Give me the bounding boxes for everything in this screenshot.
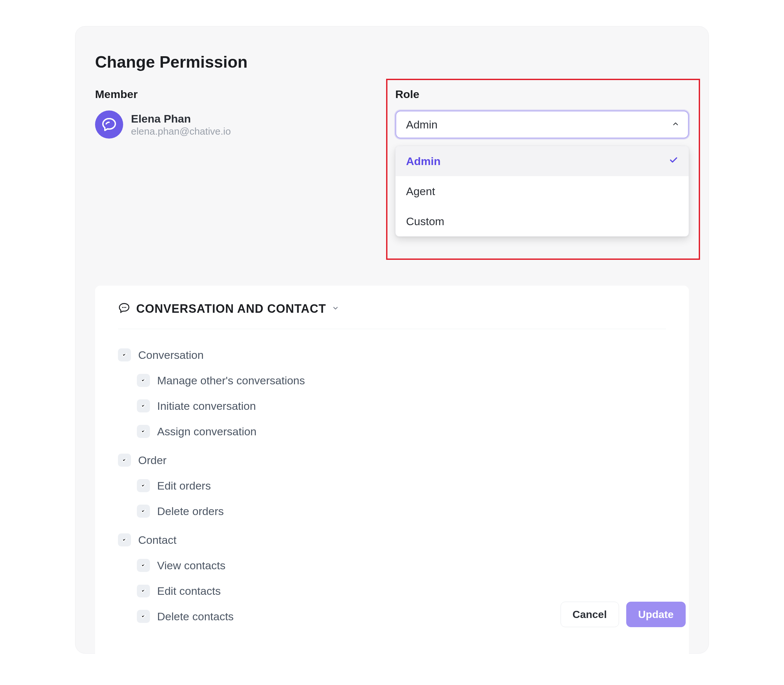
- update-button-label: Update: [638, 609, 674, 621]
- chevron-down-icon: [332, 305, 339, 313]
- perm-label: Edit orders: [157, 479, 211, 492]
- chat-icon: [118, 302, 130, 316]
- check-icon: [668, 154, 679, 168]
- perm-label: Edit contacts: [157, 585, 221, 597]
- cancel-button-label: Cancel: [573, 609, 607, 621]
- perm-label: View contacts: [157, 559, 225, 572]
- cancel-button[interactable]: Cancel: [560, 602, 619, 627]
- checkbox-icon[interactable]: [137, 610, 150, 623]
- perm-item[interactable]: Initiate conversation: [118, 393, 666, 419]
- update-button[interactable]: Update: [626, 602, 686, 627]
- member-email: elena.phan@chative.io: [131, 126, 231, 137]
- checkbox-icon[interactable]: [118, 454, 131, 467]
- checkbox-icon[interactable]: [137, 374, 150, 387]
- member-label: Member: [95, 88, 389, 101]
- perm-item[interactable]: Order: [118, 447, 666, 473]
- change-permission-panel: Change Permission Member Elena P: [75, 26, 709, 654]
- role-select[interactable]: Admin: [395, 110, 689, 139]
- role-option-agent[interactable]: Agent: [395, 176, 688, 206]
- perm-item[interactable]: View contacts: [118, 553, 666, 578]
- checkbox-icon[interactable]: [137, 399, 150, 412]
- chat-bubble-icon: [101, 117, 117, 132]
- role-option-admin[interactable]: Admin: [395, 146, 688, 176]
- role-option-label: Custom: [406, 215, 444, 228]
- checkbox-icon[interactable]: [118, 348, 131, 362]
- footer-actions: Cancel Update: [560, 602, 686, 627]
- avatar: [95, 110, 123, 139]
- perm-label: Delete orders: [157, 505, 224, 518]
- member-name: Elena Phan: [131, 112, 231, 125]
- checkbox-icon[interactable]: [137, 559, 150, 572]
- perm-label: Order: [138, 454, 167, 467]
- svg-point-2: [125, 307, 126, 308]
- svg-point-1: [123, 307, 125, 308]
- checkbox-icon[interactable]: [137, 584, 150, 597]
- perm-label: Conversation: [138, 349, 204, 362]
- perm-item[interactable]: Contact: [118, 527, 666, 553]
- perm-item[interactable]: Delete orders: [118, 498, 666, 524]
- perm-item[interactable]: Manage other's conversations: [118, 368, 666, 393]
- checkbox-icon[interactable]: [137, 505, 150, 518]
- role-option-custom[interactable]: Custom: [395, 206, 688, 236]
- permissions-section-title: CONVERSATION AND CONTACT: [136, 302, 326, 316]
- role-label: Role: [395, 88, 689, 101]
- divider-bar: [95, 579, 689, 585]
- perm-group-conversation: Conversation Manage other's conversation…: [118, 342, 666, 444]
- page-title: Change Permission: [95, 53, 689, 71]
- role-dropdown: Admin Agent Custom: [395, 146, 689, 237]
- svg-point-0: [122, 307, 123, 308]
- role-option-label: Admin: [406, 155, 441, 168]
- role-option-label: Agent: [406, 185, 435, 198]
- member-row: Elena Phan elena.phan@chative.io: [95, 110, 389, 139]
- checkbox-icon[interactable]: [137, 425, 150, 438]
- perm-item[interactable]: Conversation: [118, 342, 666, 368]
- perm-label: Initiate conversation: [157, 400, 256, 412]
- perm-item[interactable]: Assign conversation: [118, 419, 666, 444]
- checkbox-icon[interactable]: [118, 533, 131, 546]
- permissions-section-header[interactable]: CONVERSATION AND CONTACT: [118, 302, 666, 329]
- chevron-up-icon: [672, 120, 679, 129]
- perm-label: Manage other's conversations: [157, 374, 305, 387]
- checkbox-icon[interactable]: [137, 479, 150, 492]
- perm-group-order: Order Edit orders Delete orders: [118, 447, 666, 524]
- perm-label: Assign conversation: [157, 425, 256, 438]
- role-selected-value: Admin: [406, 118, 437, 131]
- perm-label: Contact: [138, 534, 177, 546]
- perm-label: Delete contacts: [157, 610, 233, 623]
- perm-item[interactable]: Edit orders: [118, 473, 666, 498]
